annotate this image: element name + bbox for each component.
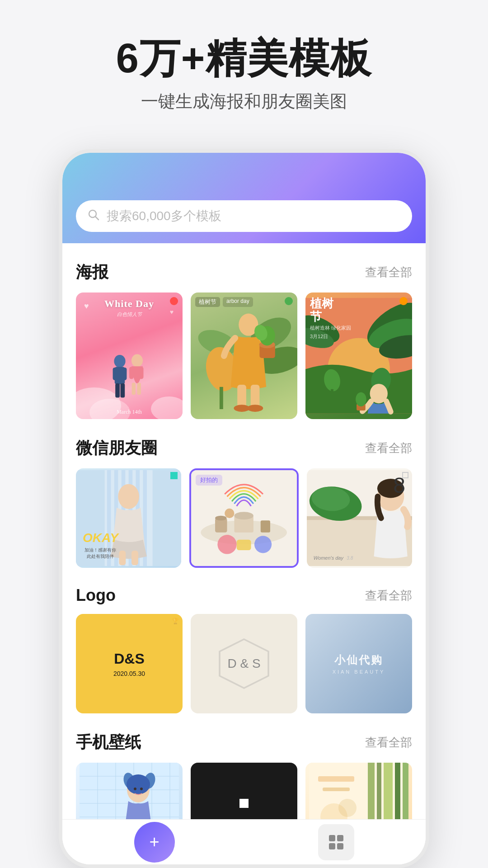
wechat1-dot (170, 472, 178, 479)
phone-mockup: 搜索60,000多个模板 海报 查看全部 (59, 149, 429, 868)
wechat1-okay-text: OKAY 加油！感谢有你此处有我陪伴 (83, 531, 118, 560)
grid-icon (327, 833, 345, 851)
wechat-section-header: 微信朋友圈 查看全部 (76, 437, 412, 459)
plant-badge (399, 297, 408, 305)
white-day-date: March 14th (76, 409, 183, 415)
poster-section: 海报 查看全部 ♥ ♥ (76, 261, 412, 419)
wechat-section-title: 微信朋友圈 (76, 437, 157, 459)
svg-rect-6 (115, 383, 120, 398)
wechat-section: 微信朋友圈 查看全部 (76, 437, 412, 568)
svg-rect-50 (119, 551, 126, 565)
wechat3-dot (402, 472, 408, 478)
poster-card-plant[interactable]: 植树 节 植树造林 绿化家园 3月12日 (305, 292, 412, 419)
svg-rect-59 (261, 520, 270, 533)
arbor-overlay: 植树节 arbor day (191, 292, 297, 419)
svg-rect-9 (129, 367, 134, 379)
svg-line-1 (95, 217, 99, 220)
white-day-title-text: White Day (76, 298, 183, 310)
white-day-chinese: 白色情人节 (76, 311, 183, 318)
wechat-cards-row: OKAY 加油！感谢有你此处有我陪伴 (76, 468, 412, 568)
logo-card-ds-beige[interactable]: D & S (191, 614, 297, 713)
wall2-dot (239, 799, 249, 808)
svg-point-49 (118, 484, 139, 509)
svg-rect-97 (323, 788, 350, 791)
wechat2-label: 好拍的 (196, 475, 222, 486)
arbor-labels: 植树节 arbor day (195, 297, 253, 307)
svg-rect-96 (318, 776, 354, 782)
logo-card-ds-yellow[interactable]: D&S 2020.05.30 🏆 (76, 614, 183, 713)
svg-point-60 (218, 535, 237, 554)
phone-top-bar: 搜索60,000多个模板 (62, 153, 426, 243)
logo-ds-yellow-text: D&S (114, 651, 145, 667)
svg-point-2 (114, 355, 125, 368)
bottom-nav: + (62, 819, 426, 864)
poster-section-header: 海报 查看全部 (76, 261, 412, 283)
svg-rect-4 (113, 368, 117, 380)
svg-rect-100 (329, 835, 335, 841)
svg-rect-35 (331, 389, 333, 403)
logo-more-link[interactable]: 查看全部 (365, 588, 412, 604)
svg-point-99 (338, 799, 357, 817)
svg-rect-7 (120, 383, 125, 398)
search-icon (87, 208, 100, 224)
svg-rect-23 (237, 385, 246, 407)
logo-section-header: Logo 查看全部 (76, 586, 412, 605)
plant-festival-text: 植树 节 植树造林 绿化家园 3月12日 (310, 297, 408, 340)
main-title: 6万+精美模板 (18, 36, 470, 81)
svg-point-8 (131, 354, 143, 367)
search-placeholder-text: 搜索60,000多个模板 (107, 208, 221, 225)
wechat-card-womens[interactable]: 8 Women's day 3.8 (307, 468, 412, 568)
svg-rect-12 (137, 383, 141, 395)
poster-card-white-day[interactable]: ♥ ♥ (76, 292, 183, 419)
wechat3-womensday: Women's day 3.8 (314, 555, 353, 561)
svg-rect-62 (237, 540, 251, 550)
logo-card-xiaoxian[interactable]: 小仙代购 XIAN BEAUTY (305, 614, 412, 713)
svg-point-40 (356, 392, 366, 406)
svg-point-61 (254, 536, 272, 553)
header-section: 6万+精美模板 一键生成海报和朋友圈美图 (0, 0, 488, 131)
wechat-card-table[interactable]: 好拍的 (189, 468, 298, 568)
phone-content: 海报 查看全部 ♥ ♥ (62, 243, 426, 867)
wechat-more-link[interactable]: 查看全部 (365, 440, 412, 456)
poster-section-title: 海报 (76, 261, 108, 283)
poster-cards-row: ♥ ♥ (76, 292, 412, 419)
svg-point-55 (215, 516, 226, 521)
sub-title: 一键生成海报和朋友圈美图 (18, 90, 470, 113)
svg-marker-70 (220, 639, 268, 688)
arbor-badge (285, 297, 293, 305)
wallpaper-section-header: 手机壁纸 查看全部 (76, 731, 412, 754)
search-bar[interactable]: 搜索60,000多个模板 (76, 200, 412, 232)
svg-rect-10 (139, 367, 144, 379)
grid-button[interactable] (318, 824, 354, 860)
logo-cards-row: D&S 2020.05.30 🏆 D & S 小仙代购 XIAN BEAUTY (76, 614, 412, 713)
svg-point-26 (247, 405, 263, 412)
poster-more-link[interactable]: 查看全部 (365, 264, 412, 280)
wallpaper-section-title: 手机壁纸 (76, 731, 141, 754)
svg-rect-101 (337, 835, 343, 841)
svg-rect-17 (220, 387, 223, 409)
svg-rect-51 (131, 551, 138, 565)
logo-xiaoxian-title: 小仙代购 (334, 653, 383, 667)
svg-point-57 (235, 512, 253, 519)
svg-rect-102 (329, 843, 335, 849)
svg-point-87 (140, 788, 143, 790)
svg-rect-103 (337, 843, 343, 849)
svg-rect-11 (132, 383, 136, 395)
white-day-overlay: ♥ ♥ (76, 292, 183, 419)
plant-overlay: 植树 节 植树造林 绿化家园 3月12日 (305, 292, 412, 419)
svg-rect-5 (122, 368, 127, 380)
logo1-icon: 🏆 (172, 618, 179, 624)
svg-point-58 (225, 509, 235, 518)
wechat-card-okay[interactable]: OKAY 加油！感谢有你此处有我陪伴 (76, 468, 181, 568)
svg-point-86 (134, 788, 136, 790)
svg-rect-24 (251, 385, 260, 407)
white-day-badge (170, 297, 178, 305)
logo-xiaoxian-sub: XIAN BEAUTY (333, 669, 385, 675)
logo-ds-date: 2020.05.30 (113, 670, 145, 677)
add-button[interactable]: + (134, 822, 175, 863)
svg-point-85 (127, 774, 150, 794)
wallpaper-more-link[interactable]: 查看全部 (365, 735, 412, 750)
poster-card-arbor[interactable]: 植树节 arbor day (191, 292, 297, 419)
logo-section-title: Logo (76, 586, 116, 605)
logo-section: Logo 查看全部 D&S 2020.05.30 🏆 D & S (76, 586, 412, 713)
